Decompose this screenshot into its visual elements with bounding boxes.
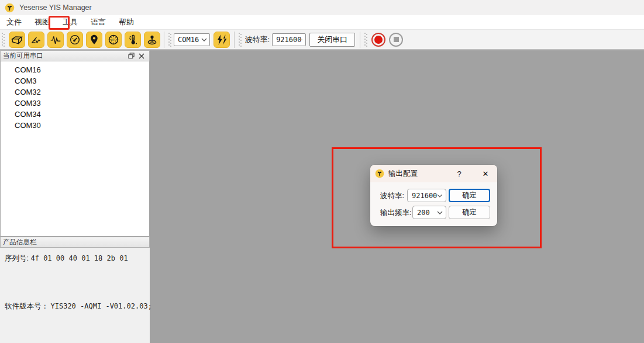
port-list-item[interactable]: COM32 (1, 86, 149, 98)
menu-file[interactable]: 文件 (0, 15, 28, 29)
serial-number-label: 序列号: (5, 254, 29, 262)
svg-text:UTC: UTC (111, 37, 116, 41)
toolbar-button-utc-time[interactable]: UTC (105, 32, 122, 48)
left-dock-panel: 当前可用串口 COM16 COM3 COM32 COM33 (0, 50, 150, 343)
toolbar-button-level[interactable] (144, 32, 160, 48)
stop-icon (394, 37, 399, 42)
toolbar-separator (234, 32, 235, 48)
toolbar-grip[interactable] (168, 33, 171, 47)
toolbar-button-temperature[interactable] (125, 32, 141, 48)
menu-language[interactable]: 语言 (84, 15, 112, 29)
port-list-item[interactable]: COM34 (1, 109, 149, 120)
dialog-title-bar[interactable]: 输出配置 ? ✕ (370, 165, 497, 182)
software-version-label: 软件版本号： (5, 302, 49, 310)
level-pin-icon (146, 33, 159, 46)
port-select[interactable]: COM16 (174, 33, 210, 46)
toolbar-button-attitude[interactable] (28, 32, 44, 48)
location-pin-icon (88, 33, 101, 46)
serial-port-list: COM16 COM3 COM32 COM33 COM34 COM30 (0, 61, 150, 237)
menu-help[interactable]: 帮助 (112, 15, 140, 29)
window-title: Yesense YIS Manager (19, 4, 92, 12)
info-panel-title: 产品信息栏 (3, 238, 147, 247)
toolbar-button-location[interactable] (86, 32, 102, 48)
toolbar-grip[interactable] (2, 33, 5, 47)
serial-number-value: 4f 01 00 40 01 18 2b 01 (30, 254, 128, 262)
utc-clock-icon: UTC (107, 33, 120, 46)
dialog-close-button[interactable]: ✕ (478, 167, 493, 180)
record-icon (374, 36, 383, 44)
chevron-down-icon (437, 211, 443, 214)
refresh-bolts-icon (215, 33, 228, 46)
dialog-freq-confirm-button[interactable]: 确定 (449, 206, 490, 219)
main-area: 当前可用串口 COM16 COM3 COM32 COM33 (0, 50, 644, 343)
close-panel-button[interactable] (136, 51, 147, 60)
baud-rate-select[interactable]: 921600 (272, 33, 306, 46)
baud-rate-label: 波特率: (245, 34, 270, 45)
product-info-body: 序列号: 4f 01 00 40 01 18 2b 01 软件版本号： YIS3… (0, 248, 150, 343)
app-logo-icon (5, 3, 15, 13)
toolbar-button-3d-view[interactable] (9, 32, 25, 48)
menu-view[interactable]: 视图 (28, 15, 56, 29)
ports-panel-header: 当前可用串口 (0, 50, 150, 61)
refresh-ports-button[interactable] (213, 32, 230, 48)
output-config-dialog: 输出配置 ? ✕ 波特率: 921600 确定 输出频率: 200 确定 (370, 165, 497, 226)
port-list-item[interactable]: COM16 (1, 64, 149, 75)
record-button[interactable] (371, 33, 385, 47)
ports-panel-title: 当前可用串口 (3, 51, 126, 60)
dialog-freq-select[interactable]: 200 (412, 206, 446, 219)
close-serial-port-button[interactable]: 关闭串口 (309, 33, 355, 47)
port-list-item[interactable]: COM30 (1, 120, 149, 131)
temperature-icon (126, 33, 139, 46)
port-list-item[interactable]: COM33 (1, 98, 149, 109)
dialog-baud-value: 921600 (412, 192, 437, 200)
float-panel-button[interactable] (126, 51, 136, 60)
toolbar-grip[interactable] (239, 33, 242, 47)
dialog-freq-label: 输出频率: (380, 208, 411, 218)
app-logo-icon (375, 169, 384, 178)
baud-rate-value: 921600 (276, 36, 301, 44)
dialog-baud-select[interactable]: 921600 (407, 189, 446, 202)
dialog-help-button[interactable]: ? (452, 167, 466, 180)
toolbar-button-gauge[interactable] (67, 32, 83, 48)
attitude-angle-wave-icon (30, 33, 43, 46)
port-select-value: COM16 (178, 36, 199, 44)
cube-3d-icon (11, 33, 23, 46)
stop-button[interactable] (389, 33, 403, 47)
title-bar: Yesense YIS Manager (0, 0, 644, 15)
dialog-freq-value: 200 (417, 209, 430, 217)
serial-number-row: 序列号: 4f 01 00 40 01 18 2b 01 (5, 254, 128, 264)
toolbar: UTC COM16 (0, 30, 644, 50)
chevron-down-icon (437, 194, 443, 198)
gauge-icon (68, 33, 81, 46)
software-version-row: 软件版本号： YIS320 -AQMI -V01.02.03; (5, 302, 152, 311)
chevron-down-icon (201, 38, 207, 41)
toolbar-separator (164, 32, 164, 48)
info-panel-header: 产品信息栏 (0, 237, 150, 248)
dialog-baud-confirm-button[interactable]: 确定 (449, 189, 490, 202)
dialog-baud-label: 波特率: (380, 191, 404, 201)
software-version-value: YIS320 -AQMI -V01.02.03; (50, 302, 151, 310)
app-window: Yesense YIS Manager 文件 视图 工具 语言 帮助 (0, 0, 644, 343)
toolbar-button-waveform[interactable] (47, 32, 64, 48)
menu-bar: 文件 视图 工具 语言 帮助 (0, 15, 644, 30)
chevron-down-icon (301, 38, 303, 41)
float-panel-icon (128, 53, 135, 59)
dialog-title: 输出配置 (388, 169, 448, 179)
menu-tools[interactable]: 工具 (56, 15, 84, 29)
toolbar-separator (360, 32, 360, 48)
waveform-icon (49, 33, 62, 46)
close-icon (139, 53, 144, 59)
port-list-item[interactable]: COM3 (1, 75, 149, 86)
toolbar-grip[interactable] (364, 33, 367, 47)
